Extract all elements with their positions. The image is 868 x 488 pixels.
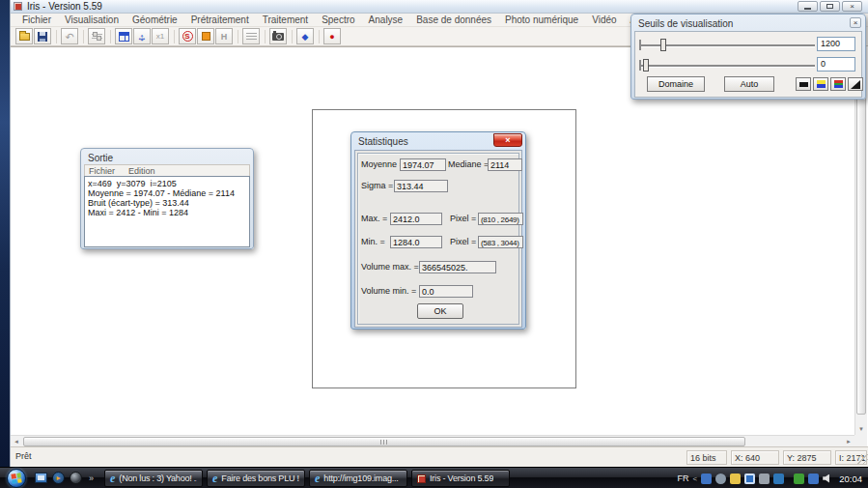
safely-remove-icon[interactable] — [794, 474, 804, 484]
stop-button[interactable]: S — [179, 28, 196, 44]
low-slider-thumb[interactable] — [643, 59, 649, 72]
blue-diamond-icon: ◆ — [302, 32, 309, 42]
menu-analyse[interactable]: Analyse — [362, 14, 410, 26]
levels-button[interactable] — [88, 28, 105, 44]
ok-button[interactable]: OK — [417, 303, 463, 319]
ie-icon: e — [110, 474, 115, 483]
high-slider-thumb[interactable] — [660, 39, 666, 51]
scroll-down-button[interactable]: ▼ — [855, 423, 867, 435]
task-yahoo[interactable]: e (Non lus : 3) Yahoo! ... — [104, 470, 203, 487]
record-button[interactable]: ● — [323, 28, 341, 44]
system-tray: FR < 20:04 — [678, 468, 865, 488]
language-indicator[interactable]: FR — [678, 474, 689, 483]
clock[interactable]: 20:04 — [839, 474, 862, 484]
close-button[interactable]: × — [842, 1, 862, 12]
task-img109[interactable]: e http://img109.imag... — [309, 470, 407, 487]
start-button[interactable] — [7, 469, 26, 488]
dialog-close-button[interactable]: × — [493, 133, 522, 147]
high-threshold-slider[interactable] — [641, 44, 815, 46]
s-circle-icon: S — [182, 31, 193, 42]
save-button[interactable] — [34, 28, 51, 44]
threshold-button[interactable] — [197, 28, 214, 44]
tray-icon-5[interactable] — [759, 474, 770, 484]
menu-traitement[interactable]: Traitement — [256, 14, 315, 26]
min-pixel-label: Pixel = — [450, 236, 476, 248]
moyenne-field[interactable]: 1974.07 — [400, 158, 446, 171]
menu-visualisation[interactable]: Visualisation — [58, 14, 126, 26]
gradient-display-button[interactable] — [848, 77, 863, 91]
horizontal-scrollbar[interactable]: ◄ ► — [11, 435, 854, 446]
volume-icon[interactable] — [823, 474, 831, 483]
list-button[interactable] — [242, 28, 260, 44]
horizontal-scroll-thumb[interactable] — [23, 437, 745, 446]
seuils-close-button[interactable]: × — [850, 17, 861, 28]
sortie-menu-edition[interactable]: Edition — [128, 166, 155, 176]
moyenne-label: Moyenne = — [361, 158, 405, 171]
vertical-scrollbar[interactable]: ▲ ▼ — [854, 46, 867, 435]
task-faire-des-bons[interactable]: e Faire des bons PLU !... — [207, 470, 305, 487]
maximize-button[interactable] — [820, 1, 840, 12]
compass-button[interactable]: ◆ — [296, 28, 314, 44]
sortie-menu-fichier[interactable]: Fichier — [89, 166, 115, 176]
menu-video[interactable]: Vidéo — [585, 14, 623, 26]
low-threshold-slider[interactable] — [641, 65, 815, 67]
quicklaunch-chevron[interactable]: » — [89, 474, 94, 483]
pan-button[interactable]: ↔↕ — [133, 28, 151, 44]
camera-button[interactable] — [269, 28, 287, 44]
menu-photo-numerique[interactable]: Photo numérique — [498, 14, 585, 26]
toolbar-separator — [110, 30, 111, 43]
zoom-x1-button[interactable]: x1 — [152, 28, 169, 44]
tray-icon-4[interactable] — [744, 474, 755, 484]
rgb-display-button[interactable] — [830, 77, 846, 91]
show-desktop-icon[interactable] — [35, 473, 47, 483]
black-bar-icon — [799, 82, 808, 87]
minimize-button[interactable] — [798, 1, 818, 12]
status-ready-text: Prêt — [15, 451, 32, 461]
volume-min-field[interactable]: 0.0 — [419, 285, 473, 298]
two-color-display-button[interactable] — [813, 77, 828, 91]
tray-icon-1[interactable] — [701, 474, 712, 484]
iris-app-icon — [14, 2, 22, 11]
resize-grip[interactable] — [857, 454, 868, 465]
undo-button[interactable]: ↶ — [61, 28, 78, 44]
statistiques-title: Statistiques — [358, 136, 408, 147]
volume-max-field[interactable]: 366545025. — [419, 261, 496, 273]
vertical-scroll-thumb[interactable] — [856, 59, 866, 415]
menu-geometrie[interactable]: Géométrie — [126, 14, 184, 26]
histogram-h-button[interactable]: H — [215, 28, 233, 44]
auto-button[interactable]: Auto — [724, 76, 774, 92]
open-button[interactable] — [15, 28, 33, 44]
min-field[interactable]: 1284.0 — [390, 236, 442, 248]
sortie-title-bar[interactable]: Sortie — [84, 152, 250, 164]
sigma-field[interactable]: 313.44 — [394, 180, 448, 192]
network-icon[interactable] — [808, 474, 819, 484]
scrollbar-corner — [854, 435, 867, 446]
black-display-button[interactable] — [796, 77, 811, 91]
menu-pretraitement[interactable]: Prétraitement — [184, 14, 256, 26]
display-window-button[interactable] — [115, 28, 132, 44]
seuils-title-bar[interactable]: Seuils de visualisation × — [634, 17, 862, 31]
tray-chevron[interactable]: < — [693, 474, 698, 483]
volume-min-label: Volume min. = — [361, 285, 416, 298]
menu-spectro[interactable]: Spectro — [315, 14, 361, 26]
tray-icon-3[interactable] — [730, 474, 741, 484]
mediane-field[interactable]: 2114 — [488, 158, 522, 171]
max-pixel-field[interactable]: (810 , 2649) — [478, 213, 523, 225]
high-threshold-field[interactable]: 1200 — [817, 37, 855, 51]
media-player-icon[interactable]: ▸ — [52, 472, 65, 484]
domaine-button[interactable]: Domaine — [647, 76, 705, 92]
volume-max-label: Volume max. = — [361, 261, 419, 273]
browser-quicklaunch-icon[interactable] — [70, 472, 82, 484]
menu-fichier[interactable]: Fichier — [15, 14, 58, 26]
max-field[interactable]: 2412.0 — [390, 213, 442, 225]
statistiques-title-bar[interactable]: Statistiques × — [354, 135, 522, 150]
menu-base-de-donnees[interactable]: Base de données — [409, 14, 498, 26]
status-bar: Prêt 16 bits X: 640 Y: 2875 I: 2171 — [11, 446, 868, 467]
tray-icon-2[interactable] — [715, 474, 726, 484]
min-pixel-field[interactable]: (583 , 3044) — [478, 236, 523, 248]
tray-icon-6[interactable] — [773, 474, 784, 484]
low-threshold-field[interactable]: 0 — [817, 57, 855, 72]
task-iris[interactable]: Iris - Version 5.59 — [411, 470, 510, 487]
seuils-body: 1200 0 Domaine Auto — [634, 31, 862, 98]
open-folder-icon — [19, 33, 30, 41]
